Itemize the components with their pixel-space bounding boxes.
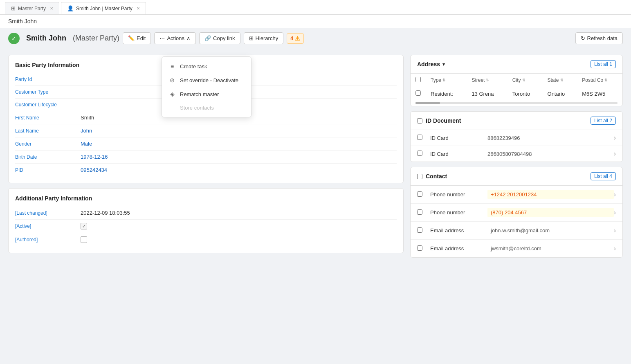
address-state-col-header[interactable]: State⇅ — [548, 77, 573, 83]
copy-label: Copy link — [213, 35, 235, 41]
party-id-label: Party Id — [15, 76, 81, 82]
dropdown-item-create-task[interactable]: ≡ Create task — [162, 59, 251, 73]
id-doc-num-2: 266805807984498 — [487, 151, 614, 157]
contact-list-all-button[interactable]: List all 4 — [591, 172, 616, 180]
birth-date-label: Birth Date — [15, 154, 81, 160]
active-label: [Active] — [15, 223, 81, 229]
pid-label: PID — [15, 167, 81, 173]
field-authored: [Authored] — [15, 233, 397, 246]
sort-icon: ⇅ — [522, 78, 525, 82]
field-last-changed: [Last changed] 2022-12-09 18:03:55 — [15, 207, 397, 220]
contact-card: Contact List all 4 Phone number +1242 20… — [410, 167, 623, 258]
hierarchy-button[interactable]: ⊞ Hierarchy — [244, 32, 284, 44]
id-doc-arrow-1[interactable]: › — [614, 134, 616, 142]
first-name-label: First Name — [15, 115, 81, 121]
dropdown-item-rematch-master[interactable]: ◈ Rematch master — [162, 87, 251, 101]
sort-icon: ⇅ — [442, 78, 446, 82]
id-doc-checkbox-2[interactable] — [417, 151, 422, 156]
refresh-button[interactable]: ↻ Refresh data — [575, 32, 623, 44]
actions-icon: ⋯ — [159, 35, 165, 41]
address-header: Address ▾ List all 1 — [411, 55, 622, 74]
address-card: Address ▾ List all 1 Type⇅ Street⇅ City⇅… — [410, 55, 623, 106]
contact-select-all-checkbox[interactable] — [417, 174, 422, 179]
field-pid: PID 095242434 — [15, 164, 397, 176]
tab-smith-john-label: Smith John | Master Party — [76, 6, 132, 11]
sort-icon: ⇅ — [560, 78, 564, 82]
id-document-list-all-button[interactable]: List all 2 — [591, 117, 616, 125]
id-doc-checkbox-1[interactable] — [417, 135, 422, 140]
last-changed-label: [Last changed] — [15, 210, 81, 216]
address-postal-col-header[interactable]: Postal Co⇅ — [582, 77, 618, 83]
contact-arrow-1[interactable]: › — [614, 191, 616, 198]
horizontal-scrollbar[interactable] — [415, 102, 618, 104]
tab-bar: ⊞ Master Party ✕ 👤 Smith John | Master P… — [0, 0, 631, 15]
id-doc-type-1: ID Card — [430, 135, 487, 141]
contact-checkbox-4[interactable] — [417, 245, 422, 251]
id-doc-arrow-2[interactable]: › — [614, 150, 616, 157]
contact-arrow-4[interactable]: › — [614, 245, 616, 252]
actions-label: Actions — [167, 35, 184, 41]
address-row-checkbox[interactable] — [415, 90, 421, 96]
id-doc-num-1: 88682239496 — [487, 135, 614, 141]
customer-lifecycle-label: Customer Lifecycle — [15, 102, 81, 108]
address-street-cell: 13 Grena — [467, 87, 507, 101]
contact-checkbox-3[interactable] — [417, 227, 422, 233]
actions-button[interactable]: ⋯ Actions ∧ — [154, 32, 196, 44]
field-birth-date: Birth Date 1978-12-16 — [15, 151, 397, 164]
active-checkbox[interactable]: ✓ — [81, 223, 87, 229]
address-type-col-header[interactable]: Type⇅ — [431, 77, 462, 83]
gender-value: Male — [81, 141, 92, 147]
page-header: Smith John — [0, 15, 631, 28]
table-row: Resident: 13 Grena Toronto Ontario M6S 2… — [411, 87, 622, 101]
warning-badge: 4 ⚠ — [287, 33, 304, 44]
diamond-icon: ◈ — [168, 91, 176, 97]
address-select-all-checkbox[interactable] — [415, 77, 421, 82]
list-icon: ≡ — [168, 63, 176, 70]
contact-arrow-2[interactable]: › — [614, 209, 616, 216]
content-area: Basic Party Information Party Id Custome… — [0, 48, 631, 264]
scroll-thumb[interactable] — [415, 102, 440, 104]
contact-value-3: john.w.smith@gmail.com — [487, 226, 614, 235]
chevron-down-icon: ▾ — [442, 62, 445, 67]
contact-row-2: Phone number (870) 204 4567 › — [411, 204, 622, 222]
tab-smith-close-icon[interactable]: ✕ — [137, 6, 140, 11]
dropdown-item-store-contacts: Store contacts — [162, 101, 251, 115]
dropdown-item-set-override[interactable]: ⊘ Set override - Deactivate — [162, 73, 251, 87]
contact-type-4: Email address — [430, 245, 487, 252]
id-document-header: ID Document List all 2 — [411, 112, 622, 130]
id-document-select-all-checkbox[interactable] — [417, 118, 422, 124]
edit-label: Edit — [137, 35, 146, 41]
id-document-card: ID Document List all 2 ID Card 886822394… — [410, 111, 623, 162]
birth-date-value: 1978-12-16 — [81, 154, 108, 160]
tab-close-icon[interactable]: ✕ — [50, 6, 53, 11]
address-list-all-button[interactable]: List all 1 — [591, 60, 616, 68]
id-doc-row-2: ID Card 266805807984498 › — [411, 146, 622, 162]
tab-smith-john[interactable]: 👤 Smith John | Master Party ✕ — [61, 2, 146, 14]
authored-checkbox[interactable] — [81, 236, 87, 243]
field-gender: Gender Male — [15, 137, 397, 151]
first-name-value: Smith — [81, 115, 94, 121]
refresh-label: Refresh data — [587, 35, 618, 41]
contact-type-2: Phone number — [430, 209, 487, 216]
address-street-col-header[interactable]: Street⇅ — [472, 77, 502, 83]
contact-checkbox-2[interactable] — [417, 209, 422, 215]
edit-button[interactable]: ✏️ Edit — [123, 32, 151, 44]
address-table: Type⇅ Street⇅ City⇅ State⇅ Postal Co⇅ Re… — [411, 74, 622, 100]
sort-icon: ⇅ — [486, 78, 489, 82]
field-active: [Active] ✓ — [15, 220, 397, 233]
copy-link-button[interactable]: 🔗 Copy link — [199, 32, 240, 44]
rematch-master-label: Rematch master — [180, 91, 219, 97]
authored-label: [Authored] — [15, 237, 81, 243]
contact-arrow-3[interactable]: › — [614, 227, 616, 234]
block-icon: ⊘ — [168, 77, 176, 83]
contact-checkbox-1[interactable] — [417, 191, 422, 197]
additional-party-info-title: Additional Party Information — [15, 195, 397, 202]
address-city-col-header[interactable]: City⇅ — [512, 77, 538, 83]
address-title: Address ▾ — [417, 61, 445, 67]
actions-dropdown-menu: ≡ Create task ⊘ Set override - Deactivat… — [162, 56, 252, 117]
contact-row-1: Phone number +1242 2012001234 › — [411, 186, 622, 204]
tab-master-party[interactable]: ⊞ Master Party ✕ — [5, 2, 59, 14]
field-last-name: Last Name John — [15, 124, 397, 137]
contact-value-2: (870) 204 4567 — [487, 208, 614, 217]
warning-icon: ⚠ — [295, 35, 300, 42]
